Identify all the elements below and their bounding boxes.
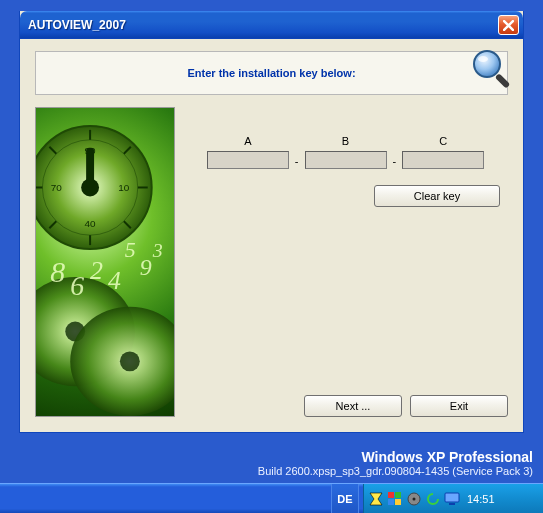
prompt-strip: Enter the installation key below: [35, 51, 508, 95]
tray-app-icon[interactable] [368, 491, 384, 507]
svg-point-2 [478, 56, 488, 62]
installer-window: AUTOVIEW_2007 Enter the installation key… [19, 11, 524, 433]
svg-rect-0 [495, 73, 511, 89]
exit-button[interactable]: Exit [410, 395, 508, 417]
tray-flag-icon[interactable] [387, 491, 403, 507]
svg-rect-18 [86, 148, 94, 188]
titlebar[interactable]: AUTOVIEW_2007 [20, 11, 523, 39]
close-icon [503, 20, 514, 31]
prompt-text: Enter the installation key below: [187, 67, 355, 79]
taskbar[interactable]: DE 14:51 [0, 483, 543, 513]
system-tray[interactable]: 14:51 [363, 484, 543, 513]
next-button[interactable]: Next ... [304, 395, 402, 417]
svg-text:5: 5 [125, 238, 136, 262]
key-label-a: A [244, 135, 251, 147]
language-indicator[interactable]: DE [331, 484, 359, 513]
svg-text:70: 70 [51, 182, 63, 193]
key-input-a[interactable] [207, 151, 289, 169]
separator: - [393, 155, 397, 169]
svg-text:10: 10 [118, 182, 130, 193]
body-area: 90 10 70 40 [35, 107, 508, 417]
desktop: AUTOVIEW_2007 Enter the installation key… [0, 0, 543, 513]
svg-rect-36 [445, 493, 459, 502]
tray-disk-icon[interactable] [406, 491, 422, 507]
svg-text:4: 4 [108, 266, 121, 295]
svg-text:6: 6 [70, 270, 84, 301]
key-row: A - B - C [183, 135, 508, 169]
svg-point-22 [120, 351, 140, 371]
svg-rect-31 [395, 492, 401, 498]
key-label-c: C [439, 135, 447, 147]
magnifier-icon [469, 46, 513, 90]
key-col-c: C [402, 135, 484, 169]
close-button[interactable] [498, 15, 519, 35]
branding-line1: Windows XP Professional [258, 449, 533, 465]
tray-refresh-icon[interactable] [425, 491, 441, 507]
desktop-branding: Windows XP Professional Build 2600.xpsp_… [258, 449, 533, 477]
clear-key-button[interactable]: Clear key [374, 185, 500, 207]
key-input-b[interactable] [305, 151, 387, 169]
bottom-buttons: Next ... Exit [304, 395, 508, 417]
separator: - [295, 155, 299, 169]
svg-text:40: 40 [85, 218, 97, 229]
right-pane: A - B - C Clear [183, 107, 508, 417]
svg-text:8: 8 [50, 255, 65, 288]
branding-line2: Build 2600.xpsp_sp3_gdr.090804-1435 (Ser… [258, 465, 533, 477]
svg-rect-37 [449, 503, 455, 505]
key-col-a: A [207, 135, 289, 169]
window-client: Enter the installation key below: [23, 39, 520, 429]
svg-point-1 [474, 51, 500, 77]
side-image: 90 10 70 40 [35, 107, 175, 417]
key-label-b: B [342, 135, 349, 147]
taskbar-clock[interactable]: 14:51 [467, 493, 495, 505]
svg-point-35 [413, 497, 416, 500]
svg-text:3: 3 [152, 239, 163, 261]
svg-text:9: 9 [140, 254, 152, 280]
key-col-b: B [305, 135, 387, 169]
window-title: AUTOVIEW_2007 [28, 18, 126, 32]
svg-rect-32 [388, 499, 394, 505]
svg-text:2: 2 [90, 256, 103, 285]
svg-rect-30 [388, 492, 394, 498]
tray-monitor-icon[interactable] [444, 491, 460, 507]
key-input-c[interactable] [402, 151, 484, 169]
svg-rect-33 [395, 499, 401, 505]
